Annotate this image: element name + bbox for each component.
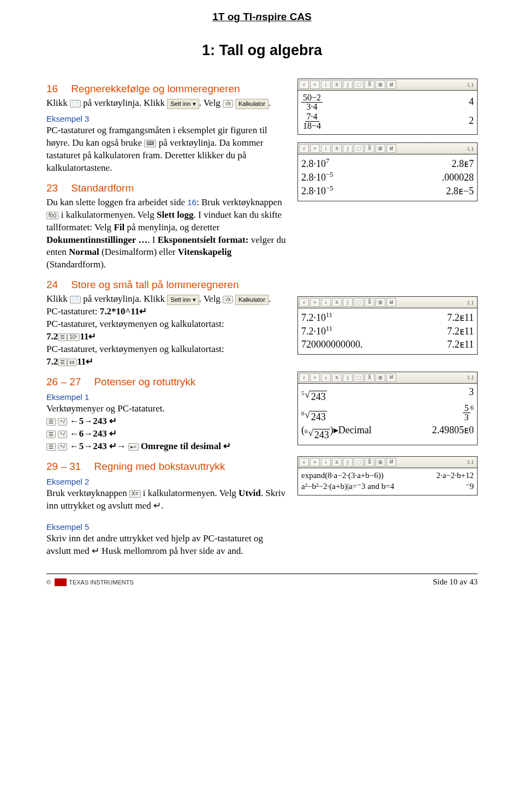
- toolbar-icon: 𝐢𝐟: [386, 144, 396, 153]
- xeq-icon: X=: [129, 490, 141, 498]
- section-2627-heading: 26 – 27Potenser og rotuttrykk: [46, 376, 289, 388]
- toolbar-icon: ∫: [343, 144, 353, 153]
- nth-root-icon: ⁿ√: [58, 418, 67, 426]
- toolbar-icon: ≈: [310, 80, 320, 89]
- section-2931-body2: Skriv inn det andre uttrykket ved hjelp …: [46, 533, 289, 558]
- section-2627-line3: ☰ ⁿ√ ←5→243 ↵→ ▸≈ Omregne til desimal ↵: [46, 440, 289, 453]
- toolbar-icon: ≈: [310, 458, 320, 467]
- page-footer: © TEXAS INSTRUMENTS Side 10 av 43: [46, 574, 478, 587]
- section-2627-body: Verktøymenyer og PC-tataturet.: [46, 403, 289, 415]
- toolbar-icon: i: [321, 80, 331, 89]
- toolbar-tag: 1.1: [467, 82, 477, 88]
- menu-icon: ☰: [58, 359, 67, 366]
- toolbar-icon: X̄: [365, 80, 374, 89]
- table-row: 720000000000. 7.2ᴇ11: [301, 338, 474, 351]
- section-16-body: PC-tastaturet og framgangsmåten i eksemp…: [46, 124, 289, 175]
- section-24-line-3a: PC-tastaturet, verktøymenyen og kalkulat…: [46, 343, 289, 356]
- toolbar-icon: X̄: [365, 144, 374, 153]
- table-row: expand(8·a−2·(3·a+b−6)) 2·a−2·b+12: [301, 470, 474, 481]
- toolbar-icon: f: [299, 458, 309, 467]
- approx-menu-icon: ▸≈: [128, 443, 139, 451]
- menu-icon: ☰: [46, 431, 56, 438]
- section-23-body: Du kan slette loggen fra arbeidet side 1…: [46, 196, 289, 272]
- sqrt-icon: √x: [223, 296, 233, 303]
- table-row: 5√243 3: [301, 386, 474, 403]
- calc-screenshot-3: f ≈ i X ∫ ⬚ X̄ ⊞ 𝐢𝐟 1.1 7.2·1011 7.2ᴇ11: [297, 296, 478, 355]
- toolbar-icon: f: [299, 80, 309, 89]
- toolbar-icon: ∫: [343, 80, 353, 89]
- section-24-line-pc: PC-tastaturet: 7.2*10^11↵: [46, 306, 289, 318]
- toolbar-icon: 𝐢𝐟: [386, 458, 396, 467]
- calc-screenshot-4: f ≈ i X ∫ ⬚ X̄ ⊞ 𝐢𝐟 1.1 5√243: [297, 372, 478, 445]
- section-24-heading: 24Store og små tall på lommeregneren: [46, 279, 478, 291]
- calc-screenshot-2: f ≈ i X ∫ ⬚ X̄ ⊞ 𝐢𝐟 1.1 2.8·107 2.8ᴇ7: [297, 142, 478, 201]
- toolbar-icon: f: [299, 298, 309, 307]
- toolbar-icon: X̄: [365, 458, 374, 467]
- toolbar-icon: ⊞: [376, 373, 385, 382]
- table-row: a²−b²−2·(a+b)|a=⁻3 and b=4 ⁻9: [301, 481, 474, 492]
- toolbar-icon: ⊞: [376, 144, 385, 153]
- toolbar-icon: i: [321, 373, 331, 382]
- calc-screenshot-5: f ≈ i X ∫ ⬚ X̄ ⊞ 𝐢𝐟 1.1 expand(8·a−2·(3·…: [297, 456, 478, 495]
- eksempel-3-label: Eksempel 3: [46, 114, 289, 123]
- document-icon: 📄: [70, 296, 81, 303]
- toolbar-icon: ⊞: [376, 458, 385, 467]
- toolbar-tag: 1.1: [467, 146, 477, 152]
- toolbar-icon: f: [299, 144, 309, 153]
- table-row: 50−23·4 4: [301, 93, 474, 112]
- section-23-heading: 23Standardform: [46, 182, 289, 194]
- toolbar-icon: ∫: [343, 373, 353, 382]
- kalkulator-button: Kalkulator: [235, 295, 269, 305]
- toolbar-icon: ⊞: [376, 298, 385, 307]
- kalkulator-button: Kalkulator: [235, 99, 269, 109]
- toolbar-tag: 1.1: [467, 300, 477, 306]
- menu-icon: ☰: [58, 333, 67, 341]
- toolbar-tag: 1.1: [467, 459, 477, 465]
- toolbar-icon: 𝐢𝐟: [386, 298, 396, 307]
- ten-power-key-icon: 10ˣ: [67, 333, 80, 341]
- eksempel-2-label: Eksempel 2: [46, 477, 289, 486]
- fx-icon: f(x): [46, 212, 58, 219]
- calc-screenshot-1: f ≈ i X ∫ ⬚ X̄ ⊞ 𝐢𝐟 1.1 50−23·4 4: [297, 79, 478, 135]
- table-row: 7.2·1011 7.2ᴇ11: [301, 311, 474, 324]
- page-number: Side 10 av 43: [433, 577, 478, 587]
- toolbar-icon: i: [321, 458, 331, 467]
- table-row: 6√243 536: [301, 403, 474, 423]
- ti-logo: © TEXAS INSTRUMENTS: [46, 578, 134, 586]
- nth-root-icon: ⁿ√: [58, 431, 67, 438]
- nth-root-icon: ⁿ√: [58, 443, 67, 451]
- section-24-intro: Klikk 📄 på verktøylinja. Klikk Sett inn …: [46, 293, 289, 306]
- toolbar-tag: 1.1: [467, 374, 477, 380]
- ti-logo-shape: [55, 578, 67, 586]
- toolbar-icon: ⬚: [354, 458, 364, 467]
- toolbar-icon: ⬚: [354, 298, 364, 307]
- table-row: 2.8·10−5 .000028: [301, 170, 474, 184]
- table-row: (6√243)▸Decimal 2.49805ᴇ0: [301, 423, 474, 441]
- toolbar-icon: ∫: [343, 298, 353, 307]
- section-2931-heading: 29 – 31Regning med bokstavuttrykk: [46, 461, 289, 473]
- ti-logo-text: TEXAS INSTRUMENTS: [69, 579, 134, 586]
- section-24-line-2a: PC-tastaturet, verktøymenyen og kalkulat…: [46, 318, 289, 331]
- toolbar-icon: ≈: [310, 144, 320, 153]
- section-2931-body: Bruk verktøyknappen X= i kalkulatormenye…: [46, 487, 289, 512]
- toolbar-icon: X: [332, 80, 342, 89]
- block-2627: 26 – 27Potenser og rotuttrykk Eksempel 1…: [46, 368, 478, 453]
- table-row: 2.8·10−5 2.8ᴇ−5: [301, 184, 474, 198]
- keyboard-icon: ⌨: [144, 140, 156, 147]
- toolbar-icon: ≈: [310, 298, 320, 307]
- table-row: 7·418−4 2: [301, 112, 474, 131]
- eksempel-5-label: Eksempel 5: [46, 522, 289, 532]
- toolbar-icon: f: [299, 373, 309, 382]
- toolbar-icon: ⬚: [354, 144, 364, 153]
- toolbar-icon: ∫: [343, 458, 353, 467]
- toolbar-icon: X: [332, 298, 342, 307]
- block-2931: 29 – 31Regning med bokstavuttrykk Eksemp…: [46, 453, 478, 558]
- eksempel-1-label: Eksempel 1: [46, 392, 289, 402]
- toolbar-icon: i: [321, 298, 331, 307]
- toolbar-icon: ⬚: [354, 373, 364, 382]
- block-24: Klikk 📄 på verktøylinja. Klikk Sett inn …: [46, 293, 478, 368]
- section-24-line-2b: 7.2☰10ˣ11↵: [46, 331, 289, 343]
- section-2627-line1: ☰ ⁿ√ ←5→243 ↵: [46, 415, 289, 428]
- settinn-button: Sett inn ▾: [167, 295, 199, 305]
- table-row: 2.8·107 2.8ᴇ7: [301, 157, 474, 170]
